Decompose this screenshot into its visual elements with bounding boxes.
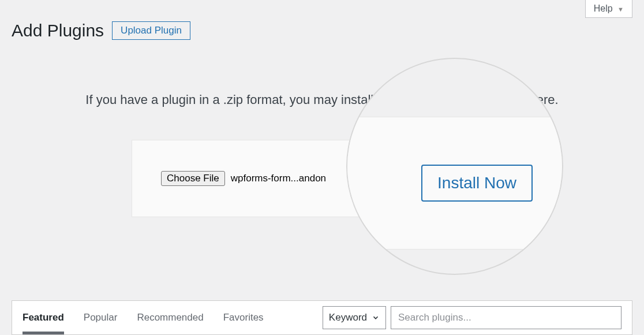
magnify-highlight: andon Install Now (346, 58, 563, 275)
tab-featured[interactable]: Featured (23, 302, 64, 334)
search-input[interactable] (391, 306, 621, 329)
tab-favorites[interactable]: Favorites (223, 302, 264, 334)
file-input-group: Choose File wpforms-form...andon (161, 171, 326, 186)
search-group: Keyword (323, 306, 621, 329)
install-now-button-magnified[interactable]: Install Now (421, 165, 533, 202)
page-header: Add Plugins Upload Plugin (12, 12, 632, 40)
upload-description: If you have a plugin in a .zip format, y… (0, 92, 644, 107)
tab-popular[interactable]: Popular (84, 302, 118, 334)
help-tab[interactable]: Help ▼ (585, 0, 632, 18)
chevron-down-icon (372, 314, 380, 322)
tab-recommended[interactable]: Recommended (137, 302, 203, 334)
search-filter-label: Keyword (329, 312, 367, 323)
selected-file-name: wpforms-form...andon (231, 173, 326, 184)
chevron-down-icon: ▼ (617, 6, 624, 13)
choose-file-button[interactable]: Choose File (161, 171, 225, 186)
magnify-panel: andon Install Now (346, 117, 563, 250)
search-filter-select[interactable]: Keyword (323, 306, 386, 329)
upload-plugin-button[interactable]: Upload Plugin (112, 21, 190, 40)
page-title: Add Plugins (12, 21, 104, 40)
filter-bar: Featured Popular Recommended Favorites K… (12, 300, 632, 335)
help-label: Help (594, 3, 613, 13)
plugin-tabs: Featured Popular Recommended Favorites (23, 302, 264, 334)
